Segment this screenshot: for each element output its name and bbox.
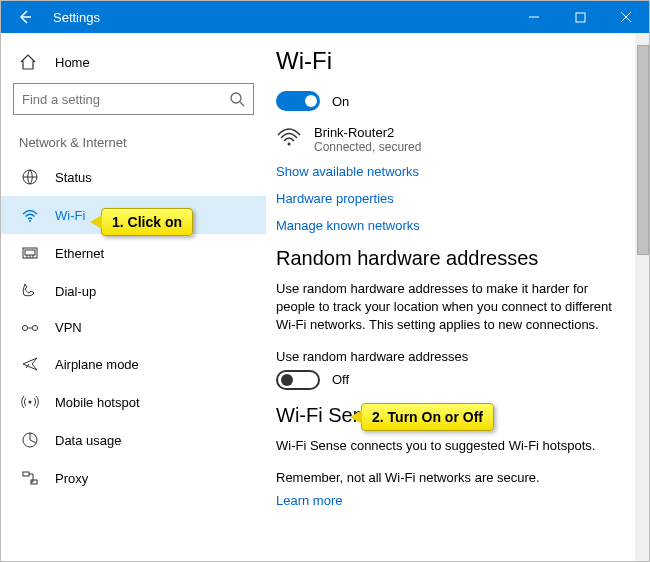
current-network[interactable]: Brink-Router2 Connected, secured [276, 125, 625, 154]
sidebar-item-proxy[interactable]: Proxy [1, 459, 266, 497]
sidebar-item-datausage[interactable]: Data usage [1, 421, 266, 459]
minimize-button[interactable] [511, 1, 557, 33]
home-icon [19, 53, 41, 71]
dialup-icon [19, 282, 41, 300]
link-show-networks[interactable]: Show available networks [276, 164, 625, 179]
wifi-sense-desc1: Wi-Fi Sense connects you to suggested Wi… [276, 437, 625, 455]
callout-1: 1. Click on [101, 208, 193, 236]
close-button[interactable] [603, 1, 649, 33]
random-toggle-state: Off [332, 372, 349, 387]
svg-point-7 [29, 220, 31, 222]
airplane-icon [19, 355, 41, 373]
wifi-icon [19, 206, 41, 224]
sidebar-item-label: Dial-up [55, 284, 96, 299]
sidebar-item-status[interactable]: Status [1, 158, 266, 196]
sidebar-item-label: Airplane mode [55, 357, 139, 372]
search-input[interactable] [22, 92, 229, 107]
wifi-sense-desc2: Remember, not all Wi-Fi networks are sec… [276, 469, 625, 487]
search-icon [229, 91, 245, 107]
sidebar-item-vpn[interactable]: VPN [1, 310, 266, 345]
wifi-signal-icon [276, 125, 306, 147]
link-manage-known[interactable]: Manage known networks [276, 218, 625, 233]
sidebar-item-hotspot[interactable]: Mobile hotspot [1, 383, 266, 421]
random-addresses-desc: Use random hardware addresses to make it… [276, 280, 625, 335]
sidebar-item-label: Wi-Fi [55, 208, 85, 223]
wifi-toggle-state: On [332, 94, 349, 109]
sidebar-item-label: Proxy [55, 471, 88, 486]
callout-2: 2. Turn On or Off [361, 403, 494, 431]
maximize-button[interactable] [557, 1, 603, 33]
svg-point-14 [33, 325, 38, 330]
svg-point-16 [29, 401, 32, 404]
sidebar-item-label: Status [55, 170, 92, 185]
titlebar: Settings [1, 1, 649, 33]
page-title: Wi-Fi [276, 47, 625, 75]
arrow-left-icon [17, 9, 33, 25]
random-toggle-row: Off [276, 370, 625, 390]
svg-rect-1 [576, 13, 585, 22]
back-button[interactable] [1, 1, 49, 33]
data-usage-icon [19, 431, 41, 449]
sidebar-item-ethernet[interactable]: Ethernet [1, 234, 266, 272]
link-hardware-props[interactable]: Hardware properties [276, 191, 625, 206]
sidebar-item-dialup[interactable]: Dial-up [1, 272, 266, 310]
svg-point-20 [288, 143, 291, 146]
search-box[interactable] [13, 83, 254, 115]
sidebar-home-label: Home [55, 55, 90, 70]
link-learn-more[interactable]: Learn more [276, 493, 625, 508]
sidebar-section-label: Network & Internet [1, 129, 266, 158]
wifi-toggle[interactable] [276, 91, 320, 111]
svg-rect-18 [23, 472, 29, 476]
scrollbar-thumb[interactable] [637, 45, 649, 255]
minimize-icon [528, 11, 540, 23]
svg-line-5 [240, 102, 244, 106]
random-addresses-toggle[interactable] [276, 370, 320, 390]
svg-rect-9 [25, 250, 35, 255]
window-controls [511, 1, 649, 33]
hotspot-icon [19, 393, 41, 411]
sidebar-item-label: Data usage [55, 433, 122, 448]
main-panel: Wi-Fi On Brink-Router2 Connected, secure… [266, 33, 649, 561]
svg-point-13 [23, 325, 28, 330]
sidebar-item-label: Ethernet [55, 246, 104, 261]
sidebar: Home Network & Internet Status Wi-Fi Eth… [1, 33, 266, 561]
random-addresses-heading: Random hardware addresses [276, 247, 625, 270]
svg-point-4 [231, 93, 241, 103]
sidebar-item-label: VPN [55, 320, 82, 335]
vpn-icon [19, 321, 41, 335]
scrollbar-track[interactable] [635, 33, 649, 561]
network-status: Connected, secured [314, 140, 421, 154]
proxy-icon [19, 469, 41, 487]
wifi-toggle-row: On [276, 91, 625, 111]
network-name: Brink-Router2 [314, 125, 421, 140]
window-title: Settings [49, 10, 511, 25]
globe-icon [19, 168, 41, 186]
sidebar-item-airplane[interactable]: Airplane mode [1, 345, 266, 383]
random-addresses-label: Use random hardware addresses [276, 349, 625, 364]
maximize-icon [575, 12, 586, 23]
close-icon [620, 11, 632, 23]
ethernet-icon [19, 244, 41, 262]
sidebar-home[interactable]: Home [1, 47, 266, 83]
sidebar-item-label: Mobile hotspot [55, 395, 140, 410]
